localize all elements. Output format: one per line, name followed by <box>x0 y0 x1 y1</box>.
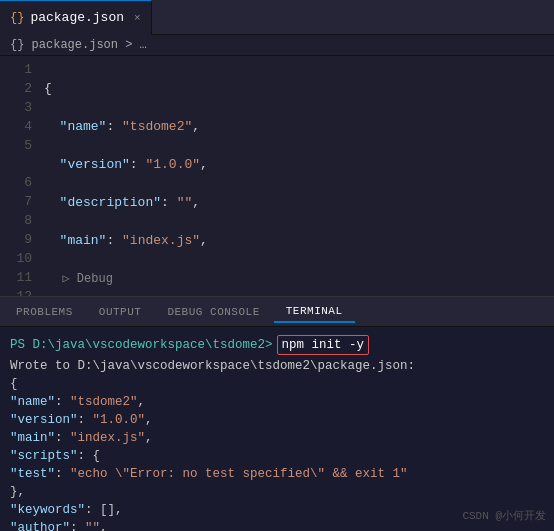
tab-problems[interactable]: PROBLEMS <box>4 302 85 322</box>
prompt-path: PS D:\java\vscodeworkspace\tsdome2> <box>10 336 273 354</box>
line-numbers: 1 2 3 4 5 6 7 8 9 10 11 12 13 <box>0 60 40 292</box>
command-box: npm init -y <box>277 335 370 355</box>
close-icon[interactable]: × <box>134 12 141 24</box>
tab-label: package.json <box>30 10 124 25</box>
tab-file-icon: {} <box>10 11 24 25</box>
tab-bar: {} package.json × <box>0 0 554 35</box>
tab-package-json[interactable]: {} package.json × <box>0 0 152 35</box>
panel: PROBLEMS OUTPUT DEBUG CONSOLE TERMINAL P… <box>0 296 554 531</box>
watermark: CSDN @小何开发 <box>462 508 546 523</box>
breadcrumb-text: {} package.json > … <box>10 38 147 52</box>
tab-terminal[interactable]: TERMINAL <box>274 301 355 323</box>
tab-debug-console[interactable]: DEBUG CONSOLE <box>155 302 271 322</box>
panel-tabs: PROBLEMS OUTPUT DEBUG CONSOLE TERMINAL <box>0 297 554 327</box>
breadcrumb: {} package.json > … <box>0 35 554 56</box>
terminal-content[interactable]: PS D:\java\vscodeworkspace\tsdome2> npm … <box>0 327 554 531</box>
terminal-output-line1: Wrote to D:\java\vscodeworkspace\tsdome2… <box>10 357 544 375</box>
tab-output[interactable]: OUTPUT <box>87 302 154 322</box>
code-content: { "name": "tsdome2", "version": "1.0.0",… <box>40 60 554 292</box>
prompt-line: PS D:\java\vscodeworkspace\tsdome2> npm … <box>10 335 544 355</box>
editor: 1 2 3 4 5 6 7 8 9 10 11 12 13 { "name": … <box>0 56 554 296</box>
